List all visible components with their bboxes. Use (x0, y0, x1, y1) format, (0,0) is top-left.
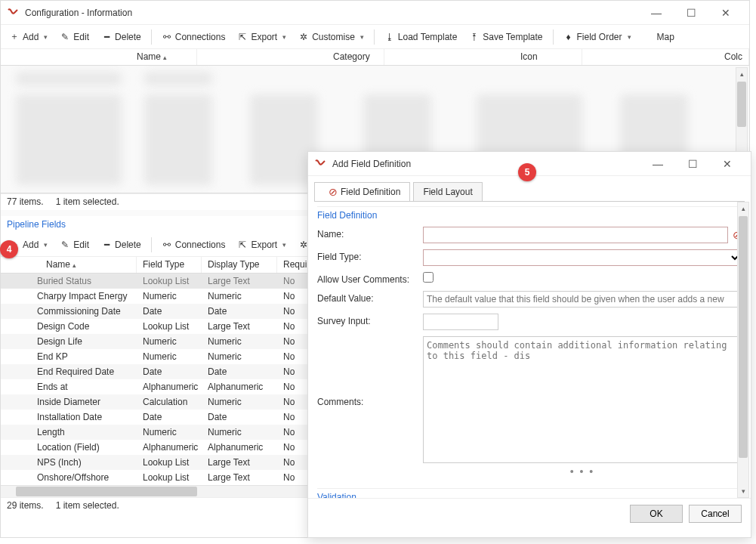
tab-field-definition[interactable]: ⊘Field Definition (314, 182, 410, 201)
cell-field-type: Lookup List (137, 472, 202, 483)
tab-field-layout[interactable]: Field Layout (413, 182, 482, 201)
connections-button[interactable]: ⚯Connections (156, 29, 231, 45)
save-template-button[interactable]: ⭱Save Template (464, 29, 548, 45)
map-button[interactable]: Map (652, 29, 680, 45)
survey-input[interactable] (423, 314, 498, 330)
cell-name: Onshore/Offshore (31, 472, 137, 483)
customise-button[interactable]: ✲Customise▾ (293, 29, 369, 45)
add-button[interactable]: ＋Add▾ (4, 29, 53, 45)
cell-display-type: Numeric (202, 427, 277, 437)
dialog-minimize-button[interactable]: — (640, 153, 675, 175)
comments-textarea[interactable] (423, 336, 742, 463)
sub-col-name[interactable]: Name ▴ (1, 257, 137, 273)
main-toolbar: ＋Add▾ ✎Edit ━Delete ⚯Connections ⇱Export… (1, 25, 749, 49)
name-input[interactable] (423, 227, 728, 243)
ok-button[interactable]: OK (630, 505, 683, 523)
cell-name: Length (31, 427, 137, 437)
app-icon (7, 7, 19, 19)
minimize-button[interactable]: — (639, 2, 674, 23)
resize-dots-icon: • • • (423, 465, 742, 478)
cell-name: Installation Date (31, 412, 137, 422)
cancel-button[interactable]: Cancel (689, 505, 742, 523)
cell-name: Inside Diameter (31, 397, 137, 407)
app-icon (314, 158, 326, 170)
cell-display-type: Numeric (202, 336, 277, 347)
main-window-title: Configuration - Information (25, 8, 639, 18)
col-icon[interactable]: Icon (384, 49, 582, 65)
callout-5: 5 (518, 163, 536, 181)
cell-display-type: Large Text (202, 276, 277, 286)
cell-field-type: Date (137, 412, 202, 422)
dialog-buttons: OK Cancel (308, 498, 751, 528)
main-selected-count: 1 item selected. (56, 196, 119, 208)
group-field-definition: Field Definition (317, 206, 742, 224)
cell-name: Ends at (31, 382, 137, 392)
cell-field-type: Date (137, 306, 202, 317)
cell-field-type: Numeric (137, 291, 202, 301)
save-icon: ⭱ (469, 32, 480, 42)
sub-connections-button[interactable]: ⚯Connections (156, 236, 231, 253)
default-value-input[interactable] (423, 291, 742, 308)
cell-display-type: Date (202, 366, 277, 377)
minus-icon: ━ (101, 32, 112, 42)
col-colour[interactable]: Colc (582, 49, 749, 65)
cell-display-type: Date (202, 412, 277, 422)
delete-button[interactable]: ━Delete (96, 29, 147, 45)
maximize-button[interactable]: ☐ (674, 2, 708, 23)
edit-button[interactable]: ✎Edit (54, 29, 94, 45)
error-icon: ⊘ (329, 186, 338, 198)
lbl-survey-input: Survey Input: (317, 314, 417, 326)
main-titlebar: Configuration - Information — ☐ ✕ (1, 1, 749, 25)
sub-delete-button[interactable]: ━Delete (96, 236, 147, 253)
lbl-name: Name: (317, 227, 417, 240)
allow-comments-checkbox[interactable] (423, 272, 434, 283)
edit-icon: ✎ (60, 32, 70, 42)
export-button[interactable]: ⇱Export▾ (232, 29, 292, 45)
close-button[interactable]: ✕ (708, 2, 743, 23)
dialog-title: Add Field Definition (332, 159, 640, 169)
cell-name: End KP (31, 351, 137, 362)
main-item-count: 77 items. (7, 196, 44, 208)
dialog-maximize-button[interactable]: ☐ (675, 153, 710, 175)
col-category[interactable]: Category (197, 49, 384, 65)
share-icon: ⚯ (162, 240, 172, 250)
cell-display-type: Large Text (202, 321, 277, 332)
cell-name: Buried Status (31, 276, 137, 286)
cell-field-type: Numeric (137, 336, 202, 347)
cell-field-type: Numeric (137, 427, 202, 437)
cell-field-type: Alphanumeric (137, 382, 202, 392)
cell-display-type: Date (202, 306, 277, 317)
cell-display-type: Numeric (202, 397, 277, 407)
cell-name: Charpy Impact Energy (31, 291, 137, 301)
cell-display-type: Alphanumeric (202, 442, 277, 453)
field-order-button[interactable]: ♦Field Order▾ (558, 29, 637, 45)
dialog-close-button[interactable]: ✕ (710, 153, 745, 175)
share-icon: ⚯ (162, 32, 172, 42)
cell-field-type: Lookup List (137, 321, 202, 332)
cell-field-type: Calculation (137, 397, 202, 407)
sub-col-display-type[interactable]: Display Type (202, 257, 277, 273)
minus-icon: ━ (101, 240, 112, 250)
dialog-form-scrollbar[interactable]: ▴ ▾ (737, 202, 749, 498)
load-template-button[interactable]: ⭳Load Template (379, 29, 463, 45)
cell-display-type: Numeric (202, 351, 277, 362)
export-icon: ⇱ (237, 240, 248, 250)
cell-name: Commissioning Date (31, 306, 137, 317)
cell-name: End Required Date (31, 366, 137, 377)
col-name[interactable]: Name (1, 49, 197, 65)
cell-name: Location (Field) (31, 442, 137, 453)
edit-icon: ✎ (60, 240, 70, 250)
sub-selected-count: 1 item selected. (56, 500, 119, 512)
cell-display-type: Large Text (202, 457, 277, 468)
cell-field-type: Lookup List (137, 276, 202, 286)
lbl-comments: Comments: (317, 336, 417, 407)
plus-icon: ＋ (9, 32, 20, 42)
sub-col-field-type[interactable]: Field Type (137, 257, 202, 273)
cell-field-type: Lookup List (137, 457, 202, 468)
sort-icon: ♦ (563, 32, 574, 42)
sub-export-button[interactable]: ⇱Export▾ (232, 236, 292, 253)
field-type-select[interactable] (423, 249, 742, 266)
cell-name: Design Code (31, 321, 137, 332)
sub-edit-button[interactable]: ✎Edit (54, 236, 94, 253)
cell-field-type: Date (137, 366, 202, 377)
